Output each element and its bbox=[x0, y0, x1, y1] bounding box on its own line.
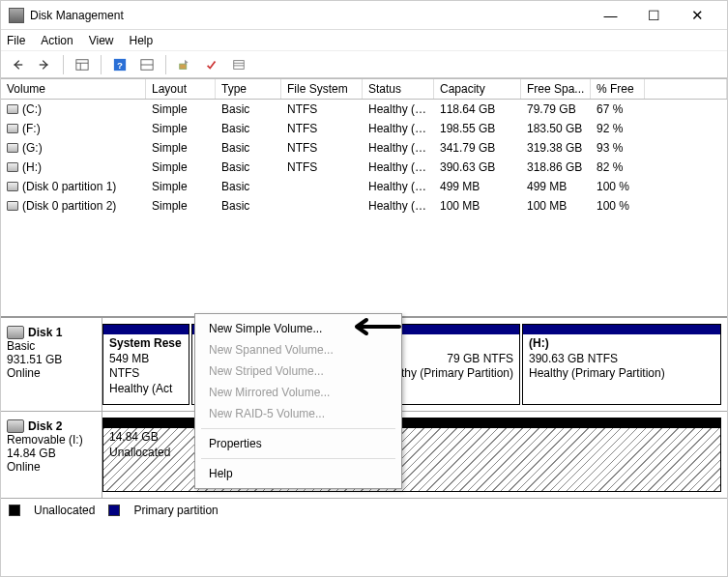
title-bar: Disk Management — ☐ ✕ bbox=[1, 1, 727, 30]
volume-list[interactable]: (C:) Simple Basic NTFS Healthy (B... 118… bbox=[1, 100, 727, 215]
toolbar-separator bbox=[63, 55, 64, 74]
volume-row[interactable]: (Disk 0 partition 1) Simple Basic Health… bbox=[1, 177, 727, 196]
part-status: Healthy (Primary Partition) bbox=[529, 366, 665, 380]
partition-bar bbox=[103, 325, 189, 334]
view-button[interactable] bbox=[136, 54, 158, 75]
menu-new-raid5-volume: New RAID-5 Volume... bbox=[195, 403, 401, 424]
partition-bar bbox=[523, 325, 720, 334]
col-blank bbox=[645, 79, 727, 99]
col-fs[interactable]: File System bbox=[281, 79, 363, 99]
toolbar: ? bbox=[1, 51, 727, 78]
show-panel-button[interactable] bbox=[72, 54, 93, 75]
svg-rect-0 bbox=[76, 59, 88, 70]
menu-properties[interactable]: Properties bbox=[195, 433, 401, 454]
vol-name: (F:) bbox=[22, 122, 41, 135]
partition-h[interactable]: (H:) 390.63 GB NTFS Healthy (Primary Par… bbox=[522, 324, 721, 405]
legend-unallocated: Unallocated bbox=[34, 504, 95, 517]
list-icon[interactable] bbox=[228, 54, 249, 75]
menu-bar: File Action View Help bbox=[1, 30, 727, 51]
disk-status: Online bbox=[7, 366, 96, 380]
annotation-arrow-icon bbox=[343, 316, 401, 340]
vol-name: (C:) bbox=[22, 102, 42, 116]
maximize-button[interactable]: ☐ bbox=[632, 2, 676, 29]
drive-icon bbox=[7, 124, 18, 133]
toolbar-separator bbox=[165, 55, 166, 74]
forward-button[interactable] bbox=[34, 54, 55, 75]
close-button[interactable]: ✕ bbox=[676, 2, 719, 29]
part-label: System Rese bbox=[109, 336, 182, 350]
menu-help[interactable]: Help bbox=[130, 34, 154, 47]
vol-free: 79.79 GB bbox=[521, 102, 591, 116]
window-buttons: — ☐ ✕ bbox=[589, 2, 719, 29]
disk-1-label[interactable]: Disk 1 Basic 931.51 GB Online bbox=[1, 318, 102, 411]
menu-new-spanned-volume: New Spanned Volume... bbox=[195, 339, 401, 361]
drive-icon bbox=[7, 104, 18, 114]
vol-name: (H:) bbox=[22, 160, 42, 174]
disk-map: Disk 1 Basic 931.51 GB Online System Res… bbox=[1, 316, 727, 522]
svg-rect-8 bbox=[234, 60, 245, 69]
menu-file[interactable]: File bbox=[7, 34, 25, 47]
partition-system-reserved[interactable]: System Rese 549 MB NTFS Healthy (Act bbox=[102, 324, 189, 405]
disk-size: 931.51 GB bbox=[7, 353, 96, 366]
app-icon bbox=[9, 8, 24, 23]
check-icon[interactable] bbox=[201, 54, 222, 75]
volume-row[interactable]: (F:) Simple Basic NTFS Healthy (P... 198… bbox=[1, 119, 727, 138]
menu-view[interactable]: View bbox=[89, 34, 114, 47]
col-layout[interactable]: Layout bbox=[146, 79, 216, 99]
volume-row[interactable]: (Disk 0 partition 2) Simple Basic Health… bbox=[1, 196, 727, 215]
volume-list-header: Volume Layout Type File System Status Ca… bbox=[1, 78, 727, 100]
disk-2-label[interactable]: Disk 2 Removable (I:) 14.84 GB Online bbox=[1, 412, 102, 498]
vol-layout: Simple bbox=[146, 102, 216, 116]
vol-fs: NTFS bbox=[281, 102, 363, 116]
part-label: (H:) bbox=[529, 336, 549, 350]
back-button[interactable] bbox=[7, 54, 28, 75]
vol-pct: 67 % bbox=[591, 102, 645, 116]
svg-text:?: ? bbox=[117, 59, 123, 70]
vol-status: Healthy (B... bbox=[363, 102, 434, 116]
disk-name: Disk 2 bbox=[28, 419, 62, 433]
drive-icon bbox=[7, 162, 18, 172]
col-volume[interactable]: Volume bbox=[1, 79, 146, 99]
drive-icon bbox=[7, 201, 18, 211]
action-icon[interactable] bbox=[174, 54, 195, 75]
col-pct[interactable]: % Free bbox=[591, 79, 645, 99]
part-size: 390.63 GB NTFS bbox=[529, 352, 618, 365]
vol-name: (G:) bbox=[22, 141, 43, 155]
vol-cap: 118.64 GB bbox=[434, 102, 521, 116]
part-size: 79 GB NTFS bbox=[447, 352, 513, 365]
menu-action[interactable]: Action bbox=[41, 34, 73, 47]
volume-row[interactable]: (H:) Simple Basic NTFS Healthy (P... 390… bbox=[1, 158, 727, 177]
drive-icon bbox=[7, 143, 18, 153]
menu-new-striped-volume: New Striped Volume... bbox=[195, 361, 401, 382]
minimize-button[interactable]: — bbox=[589, 2, 632, 29]
disk-type: Basic bbox=[7, 339, 96, 353]
legend-swatch-primary bbox=[108, 505, 120, 516]
window-title: Disk Management bbox=[30, 9, 589, 22]
svg-rect-7 bbox=[180, 64, 187, 69]
toolbar-separator bbox=[101, 55, 102, 74]
disk-name: Disk 1 bbox=[28, 326, 62, 339]
disk-size: 14.84 GB bbox=[7, 447, 96, 460]
volume-row[interactable]: (C:) Simple Basic NTFS Healthy (B... 118… bbox=[1, 100, 727, 119]
disk-1-row: Disk 1 Basic 931.51 GB Online System Res… bbox=[1, 317, 727, 412]
col-capacity[interactable]: Capacity bbox=[434, 79, 521, 99]
disk-status: Online bbox=[7, 460, 96, 474]
col-status[interactable]: Status bbox=[363, 79, 434, 99]
help-icon[interactable]: ? bbox=[109, 54, 131, 75]
disk-type: Removable (I:) bbox=[7, 433, 96, 447]
part-status: lthy (Primary Partition) bbox=[398, 366, 513, 380]
part-status: Healthy (Act bbox=[109, 382, 172, 395]
col-free[interactable]: Free Spa... bbox=[521, 79, 591, 99]
legend: Unallocated Primary partition bbox=[1, 499, 727, 522]
vol-name: (Disk 0 partition 2) bbox=[22, 199, 116, 213]
disk-icon bbox=[7, 326, 24, 339]
menu-help[interactable]: Help bbox=[195, 463, 401, 484]
col-type[interactable]: Type bbox=[216, 79, 281, 99]
volume-row[interactable]: (G:) Simple Basic NTFS Healthy (P... 341… bbox=[1, 138, 727, 158]
menu-new-mirrored-volume: New Mirrored Volume... bbox=[195, 382, 401, 403]
drive-icon bbox=[7, 182, 18, 191]
legend-swatch-unallocated bbox=[9, 505, 20, 516]
legend-primary: Primary partition bbox=[133, 504, 218, 517]
vol-name: (Disk 0 partition 1) bbox=[22, 180, 116, 193]
part-size: 14.84 GB bbox=[109, 430, 159, 444]
